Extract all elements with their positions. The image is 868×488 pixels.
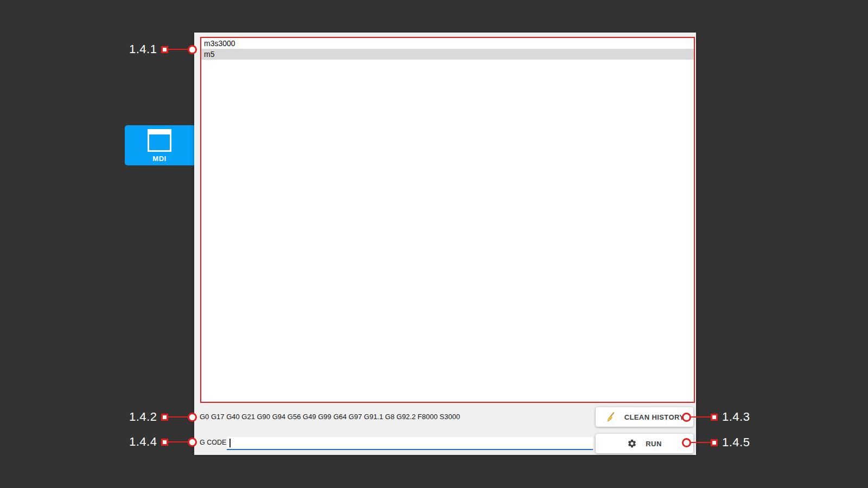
clean-history-button[interactable]: CLEAN HISTORY — [596, 407, 693, 427]
window-icon-titlebar — [149, 131, 170, 134]
annotation-square-marker — [161, 46, 168, 53]
annotation-line — [168, 441, 188, 442]
history-row[interactable]: m3s3000 — [201, 38, 694, 49]
annotation-square-marker — [161, 439, 168, 446]
annotation-label: 1.4.3 — [722, 410, 750, 423]
annotation-square-marker — [711, 439, 718, 446]
window-icon — [148, 129, 171, 152]
desktop-background: { "window": { "background": "#333333" },… — [0, 0, 868, 488]
mdi-history-list[interactable]: m3s3000 m5 — [200, 37, 695, 403]
tab-mdi[interactable]: MDI — [125, 125, 194, 165]
annotation-1-4-1: 1.4.1 — [129, 43, 197, 56]
clean-history-label: CLEAN HISTORY — [624, 413, 685, 421]
annotation-label: 1.4.4 — [129, 435, 157, 448]
annotation-line — [168, 49, 188, 50]
annotation-1-4-4: 1.4.4 — [129, 435, 197, 448]
broom-icon — [605, 412, 616, 422]
annotation-label: 1.4.1 — [129, 43, 157, 56]
annotation-line — [168, 416, 188, 418]
history-row-selected[interactable]: m5 — [201, 49, 694, 60]
annotation-square-marker — [711, 414, 718, 421]
gcode-input[interactable] — [227, 437, 593, 449]
run-label: RUN — [646, 440, 661, 448]
gcode-input-field[interactable] — [227, 437, 593, 450]
mdi-panel: m3s3000 m5 G0 G17 G40 G21 G90 G94 G56 G4… — [194, 33, 696, 455]
gcode-input-label: G CODE: — [200, 436, 228, 448]
annotation-label: 1.4.5 — [722, 436, 750, 449]
gear-icon — [627, 439, 637, 448]
active-gcodes-status: G0 G17 G40 G21 G90 G94 G56 G49 G99 G64 G… — [200, 411, 460, 423]
annotation-square-marker — [161, 414, 168, 421]
annotation-label: 1.4.2 — [129, 410, 157, 423]
text-caret — [229, 439, 231, 447]
annotation-1-4-2: 1.4.2 — [129, 410, 197, 423]
run-button[interactable]: RUN — [596, 434, 693, 453]
tab-mdi-label: MDI — [152, 155, 166, 163]
